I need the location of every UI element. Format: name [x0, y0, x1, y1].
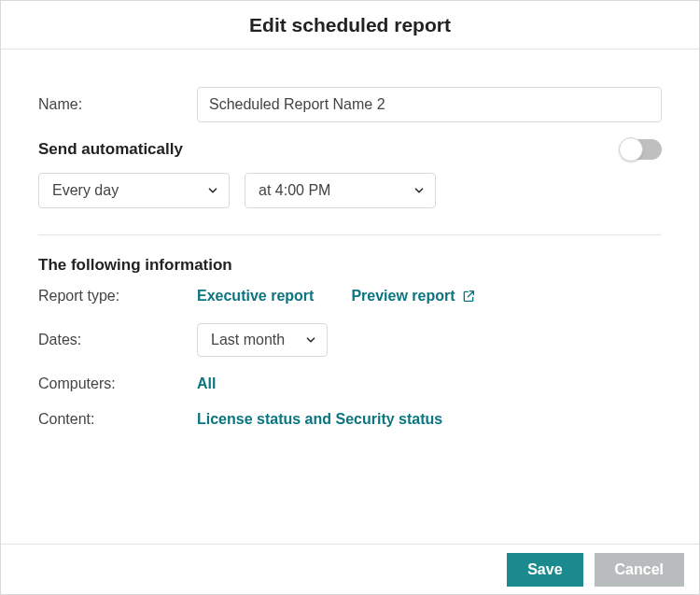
dates-label: Dates:: [38, 332, 197, 348]
send-automatically-toggle[interactable]: [621, 139, 662, 160]
content-link[interactable]: License status and Security status: [197, 411, 442, 428]
dialog-footer: Save Cancel: [1, 544, 699, 594]
frequency-select-value: Every day: [52, 182, 119, 199]
dates-row: Dates: Last month: [38, 323, 662, 357]
dialog-body: Name: Send automatically Every day at 4:…: [1, 50, 699, 465]
time-select[interactable]: at 4:00 PM: [245, 173, 436, 208]
report-type-label: Report type:: [38, 288, 197, 305]
name-input[interactable]: [197, 87, 662, 122]
chevron-down-icon: [304, 333, 317, 347]
name-value-col: [197, 87, 662, 122]
external-link-icon: [461, 289, 476, 304]
time-select-value: at 4:00 PM: [259, 182, 330, 199]
preview-report-label: Preview report: [351, 288, 455, 305]
cancel-button[interactable]: Cancel: [595, 553, 684, 587]
save-button[interactable]: Save: [507, 553, 582, 587]
preview-report-link[interactable]: Preview report: [351, 288, 475, 305]
name-row: Name:: [38, 87, 662, 122]
send-automatically-label: Send automatically: [38, 140, 183, 159]
dates-select[interactable]: Last month: [197, 323, 328, 357]
chevron-down-icon: [413, 184, 426, 197]
send-automatically-row: Send automatically: [38, 139, 662, 160]
info-section-title: The following information: [38, 256, 662, 275]
schedule-selects: Every day at 4:00 PM: [38, 173, 662, 208]
computers-row: Computers: All: [38, 375, 662, 392]
chevron-down-icon: [206, 184, 219, 197]
report-type-row: Report type: Executive report Preview re…: [38, 288, 662, 305]
computers-link[interactable]: All: [197, 375, 216, 392]
report-type-link[interactable]: Executive report: [197, 288, 314, 305]
divider: [38, 234, 662, 235]
content-row: Content: License status and Security sta…: [38, 411, 662, 428]
dialog-title: Edit scheduled report: [1, 1, 699, 50]
computers-label: Computers:: [38, 375, 197, 392]
dialog-edit-scheduled-report: Edit scheduled report Name: Send automat…: [0, 0, 700, 595]
content-label: Content:: [38, 411, 197, 428]
dates-select-value: Last month: [211, 332, 285, 348]
toggle-knob: [619, 137, 643, 162]
frequency-select[interactable]: Every day: [38, 173, 230, 208]
name-label: Name:: [38, 96, 197, 113]
